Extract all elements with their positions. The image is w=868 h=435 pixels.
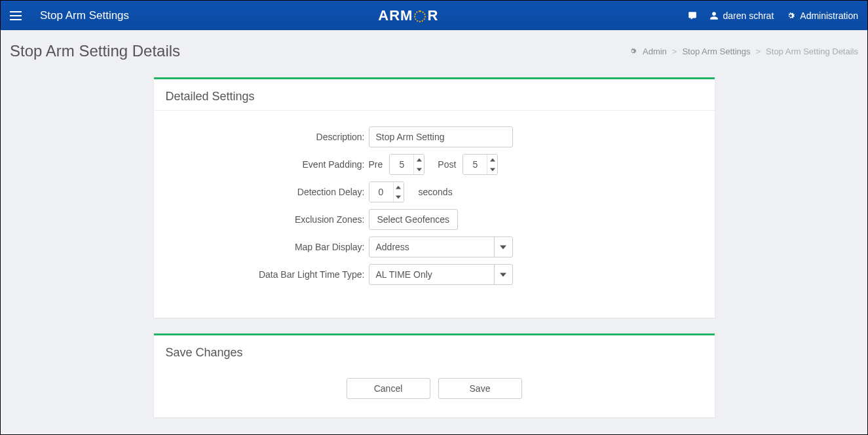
detailed-settings-title: Detailed Settings — [154, 79, 715, 111]
save-button[interactable]: Save — [438, 378, 522, 399]
save-changes-body: Cancel Save — [154, 366, 715, 417]
row-exclusion-zones: Exclusion Zones: Select Geofences — [166, 209, 703, 230]
breadcrumb-sep: > — [672, 47, 677, 56]
pre-up-button[interactable] — [414, 155, 424, 164]
brand-prefix: ARM — [378, 7, 413, 24]
delay-spinner — [369, 181, 404, 202]
nav-right: daren schrat Administration — [687, 10, 858, 21]
brand-o-icon — [414, 10, 426, 22]
chevron-down-icon — [417, 168, 422, 172]
brand-suffix: R — [427, 7, 438, 24]
label-data-bar-light: Data Bar Light Time Type: — [166, 269, 369, 280]
pre-down-button[interactable] — [414, 164, 424, 174]
label-description: Description: — [166, 132, 369, 142]
detailed-settings-wrap: Detailed Settings Description: Event Pad… — [154, 77, 715, 318]
cancel-button[interactable]: Cancel — [347, 378, 430, 399]
row-data-bar-light: Data Bar Light Time Type: AL TIME Only — [166, 264, 703, 285]
data-bar-light-caret[interactable] — [494, 265, 512, 284]
user-menu[interactable]: daren schrat — [709, 10, 774, 21]
delay-input[interactable] — [369, 182, 393, 202]
gears-icon — [628, 47, 637, 56]
save-changes-panel: Save Changes Cancel Save — [154, 333, 715, 417]
label-pre: Pre — [369, 159, 383, 170]
chevron-down-icon — [500, 273, 506, 277]
map-bar-display-select[interactable]: Address — [369, 236, 513, 257]
select-geofences-button[interactable]: Select Geofences — [369, 209, 459, 230]
pre-input[interactable] — [390, 155, 413, 174]
detailed-settings-body: Description: Event Padding: Pre — [154, 111, 715, 318]
chevron-up-icon — [490, 158, 495, 162]
post-input[interactable] — [463, 155, 487, 174]
delay-down-button[interactable] — [394, 192, 404, 202]
user-icon — [709, 11, 719, 20]
chevron-down-icon — [396, 195, 401, 199]
map-bar-display-value: Address — [369, 237, 494, 257]
save-changes-title: Save Changes — [154, 335, 715, 366]
post-spinner — [462, 154, 498, 175]
chat-icon — [687, 11, 698, 20]
data-bar-light-value: AL TIME Only — [369, 265, 494, 284]
post-down-button[interactable] — [487, 164, 497, 174]
breadcrumb: Admin > Stop Arm Settings > Stop Arm Set… — [628, 47, 858, 56]
nav-page-label: Stop Arm Settings — [40, 9, 129, 22]
breadcrumb-current: Stop Arm Setting Details — [766, 47, 858, 56]
page-body: Stop Arm Setting Details Admin > Stop Ar… — [0, 30, 868, 435]
administration-label: Administration — [800, 10, 858, 21]
gears-icon — [785, 10, 796, 21]
map-bar-display-caret[interactable] — [494, 237, 512, 257]
pre-spinner — [389, 154, 425, 175]
label-map-bar-display: Map Bar Display: — [166, 242, 369, 252]
breadcrumb-admin[interactable]: Admin — [643, 47, 667, 56]
breadcrumb-sep: > — [756, 47, 761, 56]
label-seconds: seconds — [419, 187, 453, 197]
row-description: Description: — [166, 126, 703, 147]
nav-left: Stop Arm Settings — [10, 9, 129, 22]
page-title: Stop Arm Setting Details — [10, 42, 180, 60]
label-post: Post — [438, 159, 456, 170]
label-event-padding: Event Padding: — [166, 159, 369, 170]
description-input[interactable] — [369, 126, 513, 147]
chat-button[interactable] — [687, 11, 698, 20]
page-header: Stop Arm Setting Details Admin > Stop Ar… — [10, 42, 858, 60]
brand-logo: ARM R — [378, 7, 438, 24]
nav-center: ARM R — [129, 7, 687, 24]
delay-up-button[interactable] — [394, 182, 404, 192]
row-detection-delay: Detection Delay: seconds — [166, 181, 703, 202]
label-exclusion-zones: Exclusion Zones: — [166, 214, 369, 225]
label-detection-delay: Detection Delay: — [166, 187, 369, 197]
breadcrumb-stop-arm-settings[interactable]: Stop Arm Settings — [682, 47, 750, 56]
data-bar-light-select[interactable]: AL TIME Only — [369, 264, 513, 285]
detailed-settings-panel: Detailed Settings Description: Event Pad… — [154, 77, 715, 318]
chevron-down-icon — [490, 168, 495, 172]
administration-link[interactable]: Administration — [785, 10, 858, 21]
row-map-bar-display: Map Bar Display: Address — [166, 236, 703, 257]
row-event-padding: Event Padding: Pre Post — [166, 154, 703, 175]
post-up-button[interactable] — [487, 155, 497, 164]
user-name: daren schrat — [723, 10, 774, 21]
action-buttons: Cancel Save — [166, 378, 703, 399]
menu-icon[interactable] — [10, 11, 22, 20]
chevron-up-icon — [417, 158, 422, 162]
save-changes-wrap: Save Changes Cancel Save — [154, 333, 715, 417]
chevron-up-icon — [396, 185, 401, 189]
top-navbar: Stop Arm Settings ARM R daren schrat Adm… — [0, 0, 868, 30]
chevron-down-icon — [500, 245, 506, 250]
